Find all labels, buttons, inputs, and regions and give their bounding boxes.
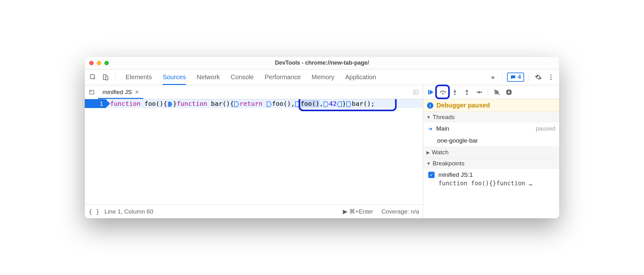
disclosure-triangle-icon: ▼ [426,161,431,166]
debugger-pane: i Debugger paused ▼ Threads ➔ Main pause… [423,85,559,218]
step-marker-icon[interactable] [337,101,342,107]
section-header-watch[interactable]: ▶ Watch [423,147,559,158]
tab-performance[interactable]: Performance [265,69,301,85]
run-snippet-icon[interactable] [412,88,420,97]
tab-sources[interactable]: Sources [163,69,186,85]
disclosure-triangle-icon: ▼ [426,115,431,120]
code-editor[interactable]: 1 function foo(){}function bar(){return … [85,99,423,204]
svg-point-4 [550,77,552,78]
section-watch: ▶ Watch [423,147,559,158]
deactivate-breakpoints-button[interactable] [492,88,501,97]
navigator-toggle-icon[interactable] [87,88,96,97]
svg-point-11 [466,93,468,95]
coverage-status: Coverage: n/a [381,208,419,215]
section-header-breakpoints[interactable]: ▼ Breakpoints [423,158,559,169]
thread-main[interactable]: ➔ Main paused [423,123,559,135]
toolbar-right: » 4 [488,72,556,82]
thread-status: paused [536,125,555,132]
breakpoint-checkbox[interactable]: ✓ [428,172,435,178]
file-tab-minified-js[interactable]: minified JS × [98,85,143,99]
breakpoint-marker-icon[interactable] [168,101,173,107]
section-breakpoints: ▼ Breakpoints ✓ minified JS:1 function f… [423,158,559,190]
step-over-button[interactable] [438,88,447,97]
current-thread-arrow-icon: ➔ [428,126,432,132]
tok-42: 42 [329,100,337,107]
tok-foo-call-selected: foo() [300,100,319,107]
svg-point-10 [454,93,456,95]
tok-bar: bar [211,100,222,107]
step-marker-icon[interactable] [267,101,272,107]
code-line-1: function foo(){}function bar(){return fo… [110,99,375,108]
more-tabs-icon[interactable]: » [488,72,498,82]
section-label: Breakpoints [433,160,464,167]
pretty-print-button[interactable]: { } [89,208,99,215]
debugger-paused-banner: i Debugger paused [423,99,559,112]
thread-one-google-bar[interactable]: one-google-bar [423,135,559,147]
close-window-button[interactable] [89,61,94,65]
step-marker-icon[interactable] [324,101,329,107]
file-tabbar: minified JS × [85,85,423,99]
step-button[interactable] [474,88,483,97]
line-number[interactable]: 1 [85,99,106,108]
thread-name: Main [436,125,449,132]
step-into-button[interactable] [450,88,459,97]
tab-memory[interactable]: Memory [312,69,334,85]
settings-icon[interactable] [533,72,543,82]
editor-statusbar: { } Line 1, Column 60 ▶ ⌘+Enter Coverage… [85,204,423,218]
svg-rect-8 [428,90,430,94]
step-marker-icon[interactable] [295,101,300,107]
messages-count: 4 [518,74,521,80]
separator [502,73,503,81]
panel-tabs: Elements Sources Network Console Perform… [126,69,485,85]
svg-point-5 [550,79,552,80]
section-threads: ▼ Threads ➔ Main paused one-google-bar [423,112,559,147]
separator [529,73,529,81]
paused-label: Debugger paused [437,102,490,109]
svg-point-9 [442,93,444,94]
devtools-window: DevTools - chrome://new-tab-page/ Elemen… [85,57,559,218]
titlebar: DevTools - chrome://new-tab-page/ [85,57,559,69]
svg-point-12 [480,91,482,93]
pause-on-exceptions-button[interactable] [505,88,513,97]
tab-console[interactable]: Console [231,69,254,85]
breakpoint-label: minified JS:1 [438,171,473,178]
svg-rect-13 [508,91,509,93]
tok-bar-call: bar() [352,100,371,107]
step-marker-icon[interactable] [346,101,351,107]
tok-function: function [110,100,140,107]
kebab-menu-icon[interactable] [546,72,556,82]
step-marker-icon[interactable] [234,101,239,107]
tab-elements[interactable]: Elements [126,69,152,85]
section-header-threads[interactable]: ▼ Threads [423,112,559,123]
minimize-window-button[interactable] [97,61,101,65]
breakpoint-code-preview: function foo(){}function … [428,178,555,187]
debugger-toolbar [423,85,559,99]
svg-rect-2 [106,76,108,80]
device-toolbar-icon[interactable] [101,72,111,82]
tok-foo: foo [144,100,156,107]
cursor-position: Line 1, Column 60 [104,208,153,215]
messages-badge[interactable]: 4 [507,73,524,82]
svg-point-3 [550,74,552,76]
maximize-window-button[interactable] [104,61,109,65]
breakpoint-item[interactable]: ✓ minified JS:1 function foo(){}function… [423,169,559,190]
info-icon: i [427,102,433,109]
svg-rect-14 [509,91,510,93]
inspect-element-icon[interactable] [88,72,98,82]
close-file-icon[interactable]: × [135,88,139,96]
tab-application[interactable]: Application [345,69,376,85]
main-toolbar: Elements Sources Network Console Perform… [85,69,559,85]
run-hint: ▶ ⌘+Enter [343,208,373,215]
section-label: Watch [432,149,449,156]
main-area: minified JS × 1 function foo(){}function… [85,85,559,218]
thread-name: one-google-bar [437,137,478,144]
gutter: 1 [85,99,106,204]
tok-foo-call: foo() [272,100,291,107]
disclosure-triangle-icon: ▶ [426,150,430,155]
resume-button[interactable] [426,88,435,97]
tab-network[interactable]: Network [197,69,220,85]
window-title: DevTools - chrome://new-tab-page/ [85,60,559,66]
tok-return: return [239,100,262,107]
step-out-button[interactable] [462,88,471,97]
svg-rect-6 [90,90,94,94]
